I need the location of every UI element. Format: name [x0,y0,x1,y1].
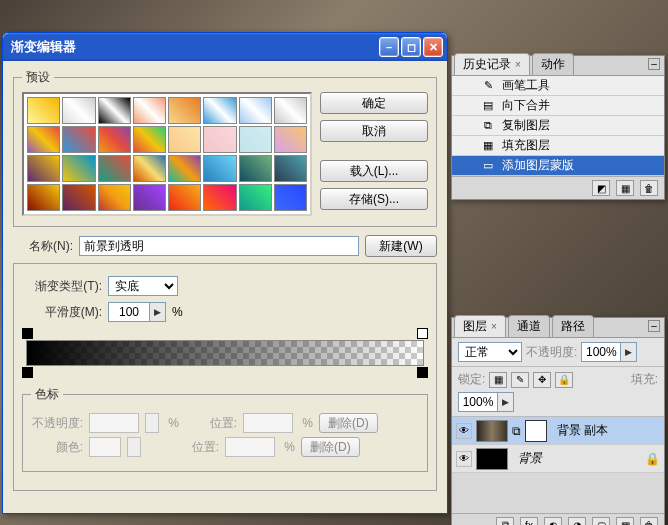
preset-swatch[interactable] [133,184,166,211]
preset-swatch[interactable] [274,97,307,124]
maximize-button[interactable]: ◻ [401,37,421,57]
new-snapshot-button[interactable]: ▦ [616,180,634,196]
tab-channels[interactable]: 通道 [508,315,550,337]
history-item[interactable]: ▭添加图层蒙版 [452,156,664,176]
arrow-icon[interactable]: ▶ [621,342,637,362]
lock-all-icon[interactable]: 🔒 [555,372,573,388]
history-step-icon: ⧉ [480,119,496,133]
layer-name[interactable]: 背景 [518,450,542,467]
close-tab-icon[interactable]: × [515,59,521,70]
type-select[interactable]: 实底 [108,276,178,296]
layer-name[interactable]: 背景 副本 [557,422,608,439]
new-layer-icon[interactable]: ▦ [616,517,634,525]
panel-collapse-icon[interactable]: – [648,58,660,70]
opacity-stop-right[interactable] [417,328,428,339]
color-stop-left[interactable] [22,367,33,378]
close-button[interactable]: ✕ [423,37,443,57]
fill-label: 填充: [631,371,658,388]
close-tab-icon[interactable]: × [491,321,497,332]
preset-swatch[interactable] [168,155,201,182]
new-button[interactable]: 新建(W) [365,235,437,257]
preset-swatch[interactable] [239,97,272,124]
visibility-icon[interactable]: 👁 [456,423,472,439]
preset-swatch[interactable] [98,155,131,182]
history-step-icon: ▦ [480,139,496,153]
preset-swatch[interactable] [203,184,236,211]
trash-icon[interactable]: 🗑 [640,180,658,196]
arrow-icon[interactable]: ▶ [498,392,514,412]
save-button[interactable]: 存储(S)... [320,188,428,210]
tab-paths[interactable]: 路径 [552,315,594,337]
loc2-input [225,437,275,457]
preset-swatch[interactable] [98,97,131,124]
preset-swatches[interactable] [22,92,312,216]
history-item[interactable]: ▦填充图层 [452,136,664,156]
mask-thumb[interactable] [525,420,547,442]
preset-swatch[interactable] [27,97,60,124]
color-stop-right[interactable] [417,367,428,378]
link-icon[interactable]: ⧉ [496,517,514,525]
preset-swatch[interactable] [133,126,166,153]
layer-thumb[interactable] [476,448,508,470]
lock-transparent-icon[interactable]: ▦ [489,372,507,388]
history-item[interactable]: ✎画笔工具 [452,76,664,96]
preset-swatch[interactable] [168,126,201,153]
preset-swatch[interactable] [98,184,131,211]
layer-row[interactable]: 👁背景🔒 [452,445,664,473]
preset-swatch[interactable] [203,126,236,153]
preset-swatch[interactable] [239,184,272,211]
history-item[interactable]: ▤向下合并 [452,96,664,116]
cancel-button[interactable]: 取消 [320,120,428,142]
preset-swatch[interactable] [274,126,307,153]
preset-swatch[interactable] [203,97,236,124]
panel-collapse-icon[interactable]: – [648,320,660,332]
preset-swatch[interactable] [133,155,166,182]
trash-icon[interactable]: 🗑 [640,517,658,525]
preset-swatch[interactable] [203,155,236,182]
fill-input[interactable] [458,392,498,412]
fx-icon[interactable]: fx [520,517,538,525]
folder-icon[interactable]: ▢ [592,517,610,525]
preset-swatch[interactable] [27,126,60,153]
history-item[interactable]: ⧉复制图层 [452,116,664,136]
preset-swatch[interactable] [98,126,131,153]
opacity-stop-left[interactable] [22,328,33,339]
lock-paint-icon[interactable]: ✎ [511,372,529,388]
layer-row[interactable]: 👁⧉背景 副本 [452,417,664,445]
preset-swatch[interactable] [274,155,307,182]
ok-button[interactable]: 确定 [320,92,428,114]
preset-swatch[interactable] [27,184,60,211]
tab-history[interactable]: 历史记录× [454,53,530,75]
load-button[interactable]: 载入(L)... [320,160,428,182]
preset-swatch[interactable] [239,126,272,153]
layer-opacity-input[interactable] [581,342,621,362]
spin-arrow-icon[interactable]: ▶ [150,302,166,322]
preset-swatch[interactable] [274,184,307,211]
lock-move-icon[interactable]: ✥ [533,372,551,388]
visibility-icon[interactable]: 👁 [456,451,472,467]
history-step-label: 向下合并 [502,97,550,114]
preset-swatch[interactable] [62,97,95,124]
layer-thumb[interactable] [476,420,508,442]
preset-swatch[interactable] [62,126,95,153]
minimize-button[interactable]: – [379,37,399,57]
preset-swatch[interactable] [168,184,201,211]
mask-icon[interactable]: ◐ [544,517,562,525]
preset-swatch[interactable] [62,155,95,182]
link-icon[interactable]: ⧉ [512,424,521,438]
smooth-input[interactable] [108,302,150,322]
preset-swatch[interactable] [133,97,166,124]
tab-layers[interactable]: 图层× [454,315,506,337]
name-input[interactable] [79,236,359,256]
preset-swatch[interactable] [168,97,201,124]
history-snapshot-button[interactable]: ◩ [592,180,610,196]
gradient-bar[interactable] [26,340,424,366]
tab-actions[interactable]: 动作 [532,53,574,75]
preset-swatch[interactable] [62,184,95,211]
blend-mode-select[interactable]: 正常 [458,342,522,362]
preset-swatch[interactable] [239,155,272,182]
preset-swatch[interactable] [27,155,60,182]
adjust-icon[interactable]: ◑ [568,517,586,525]
titlebar[interactable]: 渐变编辑器 – ◻ ✕ [3,33,447,61]
delete1-button: 删除(D) [319,413,378,433]
